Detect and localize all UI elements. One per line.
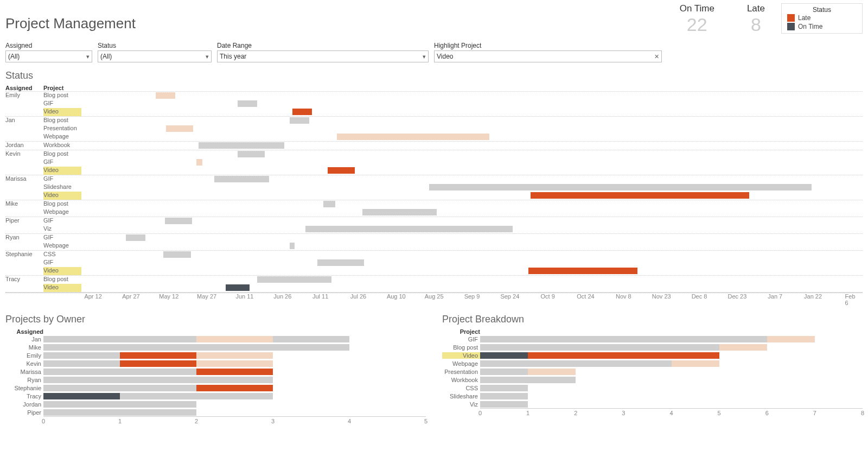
gantt-bar[interactable] [126,234,145,241]
close-icon[interactable]: ✕ [654,53,659,60]
gantt-row[interactable]: JordanWorkbook [5,142,863,150]
gantt-bar[interactable] [226,284,249,291]
bar-segment[interactable] [528,369,576,375]
bar-segment[interactable] [480,352,528,359]
bar-segment[interactable] [672,360,719,367]
gantt-chart[interactable]: EmilyBlog postGIFVideoJanBlog postPresen… [5,91,863,293]
gantt-row[interactable]: Presentation [5,125,863,133]
gantt-row[interactable]: JanBlog post [5,117,863,125]
bar-row[interactable]: Webpage [442,359,863,367]
bar-segment[interactable] [43,369,196,375]
bar-segment[interactable] [43,352,120,359]
legend-late[interactable]: Late [787,14,857,22]
filter-assigned[interactable]: (All) ▾ [5,50,92,62]
bar-row[interactable]: Video [442,351,863,359]
gantt-bar[interactable] [290,117,309,124]
gantt-bar[interactable] [156,92,175,99]
filter-highlight-project[interactable]: Video ✕ [434,50,662,62]
bar-row[interactable]: Jan [5,335,426,343]
bar-segment[interactable] [43,360,120,367]
bar-segment[interactable] [480,369,528,375]
bar-segment[interactable] [480,360,672,367]
bar-segment[interactable] [43,409,196,416]
bar-segment[interactable] [43,336,196,342]
gantt-bar[interactable] [238,100,257,107]
gantt-bar[interactable] [362,209,437,215]
gantt-row[interactable]: PiperGIF [5,217,863,225]
bar-segment[interactable] [528,352,719,359]
gantt-bar[interactable] [429,184,812,191]
gantt-bar[interactable] [328,167,355,174]
gantt-row[interactable]: EmilyBlog post [5,92,863,100]
bar-segment[interactable] [43,344,349,351]
bar-segment[interactable] [719,344,767,351]
gantt-row[interactable]: Webpage [5,242,863,250]
bar-row[interactable]: Emily [5,351,426,359]
bar-row[interactable]: Ryan [5,376,426,384]
bar-row[interactable]: Workbook [442,376,863,384]
gantt-row[interactable]: Video [5,167,863,175]
bar-segment[interactable] [196,385,273,391]
bar-row[interactable]: Slideshare [442,392,863,400]
gantt-row[interactable]: TracyBlog post [5,276,863,284]
bar-segment[interactable] [43,385,196,391]
bar-segment[interactable] [43,393,120,399]
bar-row[interactable]: Piper [5,408,426,416]
gantt-bar[interactable] [238,151,265,157]
bar-row[interactable]: Marissa [5,367,426,376]
bar-segment[interactable] [196,369,273,375]
gantt-row[interactable]: Video [5,284,863,292]
bar-row[interactable]: Kevin [5,359,426,367]
bar-row[interactable]: Stephanie [5,384,426,392]
filter-date-range[interactable]: This year ▾ [217,50,429,62]
gantt-row[interactable]: Viz [5,225,863,233]
bar-segment[interactable] [43,377,273,383]
legend-on-time[interactable]: On Time [787,22,857,31]
bar-segment[interactable] [480,336,767,342]
gantt-row[interactable]: KevinBlog post [5,150,863,158]
filter-status[interactable]: (All) ▾ [98,50,212,62]
gantt-bar[interactable] [257,276,331,283]
gantt-row[interactable]: GIF [5,100,863,108]
bar-segment[interactable] [480,393,528,399]
gantt-row[interactable]: Webpage [5,208,863,217]
gantt-bar[interactable] [290,243,295,249]
gantt-row[interactable]: MarissaGIF [5,175,863,183]
projects-by-owner-chart[interactable]: JanMikeEmilyKevinMarissaRyanStephanieTra… [5,335,426,416]
bar-row[interactable]: Jordan [5,400,426,408]
gantt-bar[interactable] [337,134,489,140]
gantt-bar[interactable] [166,125,193,132]
gantt-row[interactable]: GIF [5,158,863,167]
bar-segment[interactable] [43,401,196,408]
gantt-bar[interactable] [323,201,335,207]
bar-segment[interactable] [120,393,273,399]
bar-row[interactable]: Presentation [442,367,863,376]
gantt-bar[interactable] [163,251,190,258]
gantt-row[interactable]: RyanGIF [5,234,863,242]
bar-row[interactable]: Tracy [5,392,426,400]
bar-row[interactable]: Viz [442,400,863,408]
bar-row[interactable]: Blog post [442,343,863,351]
bar-segment[interactable] [480,344,719,351]
gantt-bar[interactable] [199,142,284,149]
gantt-bar[interactable] [528,268,638,274]
bar-row[interactable]: Mike [5,343,426,351]
bar-segment[interactable] [767,336,815,342]
bar-segment[interactable] [120,352,196,359]
bar-segment[interactable] [480,385,528,391]
gantt-bar[interactable] [317,259,364,266]
gantt-row[interactable]: Video [5,108,863,116]
bar-segment[interactable] [480,401,528,408]
bar-segment[interactable] [196,360,273,367]
gantt-row[interactable]: MikeBlog post [5,200,863,208]
bar-segment[interactable] [120,360,196,367]
gantt-row[interactable]: Video [5,192,863,200]
bar-row[interactable]: GIF [442,335,863,343]
gantt-row[interactable]: StephanieCSS [5,251,863,259]
project-breakdown-chart[interactable]: GIFBlog postVideoWebpagePresentationWork… [442,335,863,408]
bar-row[interactable]: CSS [442,384,863,392]
gantt-bar[interactable] [531,192,749,199]
bar-segment[interactable] [273,336,349,342]
gantt-row[interactable]: Webpage [5,133,863,141]
bar-segment[interactable] [196,352,273,359]
